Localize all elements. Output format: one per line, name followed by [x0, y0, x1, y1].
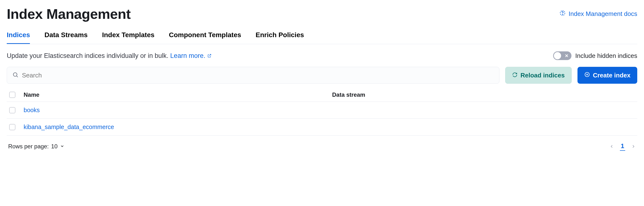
svg-point-1 [562, 14, 563, 15]
page-number[interactable]: 1 [620, 142, 625, 151]
chevron-down-icon [60, 143, 64, 150]
docs-link-label: Index Management docs [568, 10, 637, 18]
index-link[interactable]: books [24, 107, 40, 113]
row-checkbox[interactable] [9, 124, 16, 130]
search-box[interactable] [7, 67, 500, 84]
select-all-checkbox[interactable] [9, 92, 16, 98]
tab-component-templates[interactable]: Component Templates [169, 31, 241, 44]
refresh-icon [512, 72, 518, 79]
external-link-icon [207, 52, 212, 60]
tabs: Indices Data Streams Index Templates Com… [7, 31, 637, 44]
prev-page-button[interactable] [609, 144, 614, 149]
reload-label: Reload indices [520, 72, 565, 79]
table-row: books [7, 102, 637, 119]
index-link[interactable]: kibana_sample_data_ecommerce [24, 123, 114, 130]
learn-more-label: Learn more. [170, 52, 205, 60]
description: Update your Elasticsearch indices indivi… [7, 52, 212, 60]
create-label: Create index [593, 72, 630, 79]
table-header: Name Data stream [7, 88, 637, 102]
include-hidden-label: Include hidden indices [575, 52, 637, 60]
rows-per-page-selector[interactable]: Rows per page: 10 [8, 143, 64, 150]
description-text: Update your Elasticsearch indices indivi… [7, 52, 170, 59]
include-hidden-toggle[interactable] [553, 51, 572, 60]
learn-more-link[interactable]: Learn more. [170, 52, 212, 60]
pager: 1 [609, 142, 636, 151]
help-circle-icon [560, 10, 566, 18]
create-index-button[interactable]: Create index [578, 67, 637, 84]
table-row: kibana_sample_data_ecommerce [7, 119, 637, 136]
rows-per-page-value: 10 [51, 143, 58, 150]
reload-indices-button[interactable]: Reload indices [505, 67, 572, 84]
column-header-data-stream[interactable]: Data stream [332, 91, 635, 98]
docs-link[interactable]: Index Management docs [560, 10, 637, 18]
page-title: Index Management [7, 6, 131, 22]
plus-circle-icon [584, 72, 590, 79]
row-checkbox[interactable] [9, 107, 16, 113]
rows-per-page-label: Rows per page: [8, 143, 49, 150]
tab-enrich-policies[interactable]: Enrich Policies [256, 31, 304, 44]
search-icon [12, 72, 18, 79]
next-page-button[interactable] [631, 144, 636, 149]
tab-indices[interactable]: Indices [7, 31, 30, 44]
toggle-knob [554, 52, 561, 59]
tab-index-templates[interactable]: Index Templates [102, 31, 154, 44]
search-input[interactable] [22, 67, 494, 83]
x-icon [564, 53, 569, 58]
svg-point-2 [13, 73, 17, 76]
tab-data-streams[interactable]: Data Streams [44, 31, 88, 44]
column-header-name[interactable]: Name [24, 91, 332, 98]
